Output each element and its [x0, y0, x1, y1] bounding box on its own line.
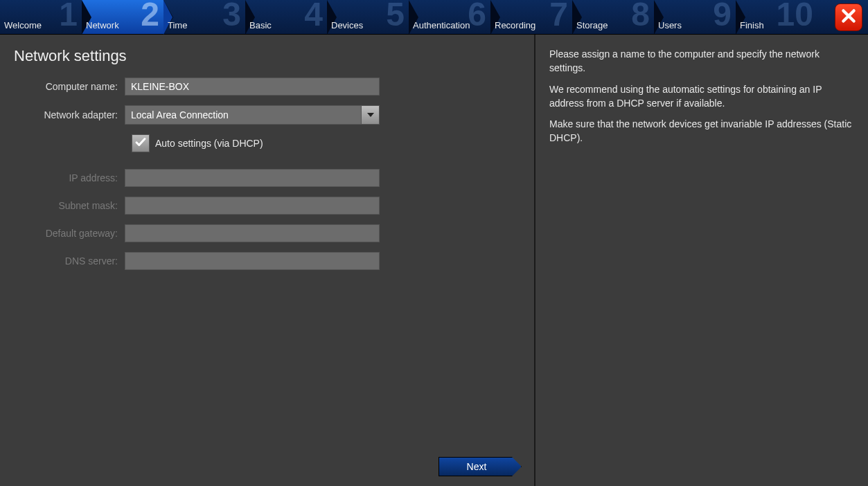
- network-adapter-select[interactable]: Local Area Connection: [125, 105, 380, 125]
- help-text: Please assign a name to the computer and…: [549, 47, 854, 75]
- network-adapter-label: Network adapter:: [14, 109, 125, 120]
- ip-address-input: [125, 169, 380, 187]
- step-finish[interactable]: 10 Finish: [736, 0, 817, 34]
- help-text: We recommend using the automatic setting…: [549, 82, 854, 111]
- step-storage[interactable]: 8 Storage: [572, 0, 654, 34]
- subnet-mask-input: [125, 197, 380, 215]
- step-label: Devices: [331, 20, 363, 30]
- step-label: Authentication: [413, 20, 470, 30]
- computer-name-label: Computer name:: [14, 81, 125, 92]
- step-label: Welcome: [4, 20, 42, 30]
- step-label: Basic: [249, 20, 272, 30]
- check-icon: [134, 136, 147, 151]
- dns-server-label: DNS server:: [14, 255, 125, 267]
- next-button[interactable]: Next: [439, 457, 522, 476]
- step-label: Users: [658, 20, 682, 30]
- step-label: Finish: [740, 20, 764, 30]
- help-text: Make sure that the network devices get i…: [549, 117, 854, 145]
- auto-settings-label: Auto settings (via DHCP): [155, 138, 263, 149]
- default-gateway-label: Default gateway:: [14, 228, 125, 239]
- step-authentication[interactable]: 6 Authentication: [409, 0, 490, 34]
- auto-settings-checkbox[interactable]: [132, 134, 150, 152]
- wizard-step-bar: 1 Welcome 2 Network 3 Time 4 Basic 5 Dev…: [0, 0, 868, 35]
- dns-server-input: [125, 252, 380, 270]
- ip-address-label: IP address:: [14, 172, 125, 183]
- step-label: Recording: [495, 20, 535, 30]
- main-panel: Network settings Computer name: Network …: [0, 35, 535, 486]
- default-gateway-input: [125, 224, 380, 242]
- step-time[interactable]: 3 Time: [163, 0, 245, 34]
- help-panel: Please assign a name to the computer and…: [535, 35, 868, 486]
- chevron-down-icon: [361, 106, 379, 124]
- step-network[interactable]: 2 Network: [82, 0, 163, 34]
- page-title: Network settings: [14, 47, 520, 65]
- network-adapter-value: Local Area Connection: [131, 109, 229, 120]
- next-button-label: Next: [467, 461, 487, 472]
- step-label: Time: [168, 20, 187, 30]
- step-recording[interactable]: 7 Recording: [490, 0, 572, 34]
- step-devices[interactable]: 5 Devices: [327, 0, 409, 34]
- step-label: Storage: [576, 20, 608, 30]
- close-icon: [840, 7, 858, 28]
- step-basic[interactable]: 4 Basic: [245, 0, 327, 34]
- close-button[interactable]: [835, 3, 862, 31]
- step-welcome[interactable]: 1 Welcome: [0, 0, 82, 34]
- subnet-mask-label: Subnet mask:: [14, 200, 125, 211]
- step-label: Network: [86, 20, 119, 30]
- computer-name-input[interactable]: [125, 78, 380, 96]
- step-users[interactable]: 9 Users: [654, 0, 736, 34]
